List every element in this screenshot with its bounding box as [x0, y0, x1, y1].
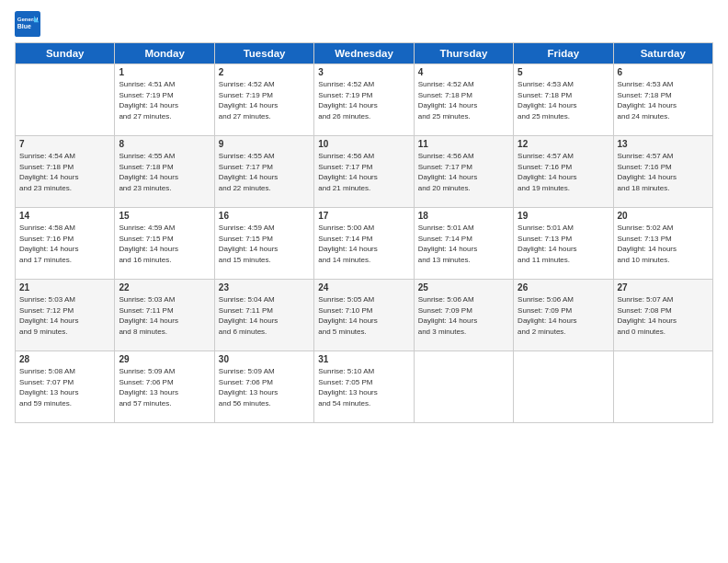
day-number: 31 — [318, 354, 409, 364]
day-number: 10 — [318, 139, 409, 149]
logo: General Blue — [15, 11, 44, 37]
col-tuesday: Tuesday — [214, 43, 313, 64]
day-number: 30 — [219, 354, 310, 364]
cell-week4-day4: 24Sunrise: 5:05 AM Sunset: 7:10 PM Dayli… — [314, 280, 414, 351]
cell-info: Sunrise: 5:04 AM Sunset: 7:11 PM Dayligh… — [219, 294, 310, 337]
cell-info: Sunrise: 4:58 AM Sunset: 7:16 PM Dayligh… — [19, 223, 110, 265]
cell-week3-day6: 19Sunrise: 5:01 AM Sunset: 7:13 PM Dayli… — [514, 208, 613, 280]
header-row: Sunday Monday Tuesday Wednesday Thursday… — [16, 43, 713, 64]
cell-info: Sunrise: 4:59 AM Sunset: 7:15 PM Dayligh… — [119, 223, 210, 265]
day-number: 25 — [418, 282, 509, 293]
cell-week2-day2: 8Sunrise: 4:55 AM Sunset: 7:18 PM Daylig… — [115, 136, 214, 208]
cell-week4-day2: 22Sunrise: 5:03 AM Sunset: 7:11 PM Dayli… — [115, 280, 214, 351]
svg-text:Blue: Blue — [17, 23, 31, 29]
cell-info: Sunrise: 5:05 AM Sunset: 7:10 PM Dayligh… — [318, 294, 409, 337]
cell-info: Sunrise: 4:52 AM Sunset: 7:18 PM Dayligh… — [418, 79, 509, 121]
cell-info: Sunrise: 5:06 AM Sunset: 7:09 PM Dayligh… — [418, 294, 509, 337]
day-number: 11 — [418, 139, 509, 149]
cell-info: Sunrise: 5:09 AM Sunset: 7:06 PM Dayligh… — [119, 366, 210, 408]
cell-info: Sunrise: 5:09 AM Sunset: 7:06 PM Dayligh… — [219, 366, 310, 408]
day-number: 23 — [219, 282, 310, 293]
cell-week3-day7: 20Sunrise: 5:02 AM Sunset: 7:13 PM Dayli… — [613, 208, 712, 280]
week-row-3: 14Sunrise: 4:58 AM Sunset: 7:16 PM Dayli… — [16, 208, 713, 280]
cell-week2-day5: 11Sunrise: 4:56 AM Sunset: 7:17 PM Dayli… — [414, 136, 513, 208]
calendar-page: General Blue Sunday Monday Tuesday Wedne… — [0, 0, 728, 563]
cell-info: Sunrise: 5:00 AM Sunset: 7:14 PM Dayligh… — [318, 223, 409, 265]
cell-week4-day6: 26Sunrise: 5:06 AM Sunset: 7:09 PM Dayli… — [514, 280, 613, 351]
day-number: 1 — [119, 67, 210, 77]
cell-week3-day5: 18Sunrise: 5:01 AM Sunset: 7:14 PM Dayli… — [414, 208, 513, 280]
day-number: 2 — [219, 67, 310, 77]
week-row-5: 28Sunrise: 5:08 AM Sunset: 7:07 PM Dayli… — [16, 351, 713, 423]
cell-week5-day2: 29Sunrise: 5:09 AM Sunset: 7:06 PM Dayli… — [115, 351, 214, 423]
cell-week5-day3: 30Sunrise: 5:09 AM Sunset: 7:06 PM Dayli… — [214, 351, 313, 423]
cell-week1-day3: 2Sunrise: 4:52 AM Sunset: 7:19 PM Daylig… — [214, 64, 313, 136]
cell-week4-day5: 25Sunrise: 5:06 AM Sunset: 7:09 PM Dayli… — [414, 280, 513, 351]
cell-week1-day2: 1Sunrise: 4:51 AM Sunset: 7:19 PM Daylig… — [115, 64, 214, 136]
col-thursday: Thursday — [414, 43, 513, 64]
cell-week4-day7: 27Sunrise: 5:07 AM Sunset: 7:08 PM Dayli… — [613, 280, 712, 351]
day-number: 28 — [19, 354, 110, 364]
week-row-2: 7Sunrise: 4:54 AM Sunset: 7:18 PM Daylig… — [16, 136, 713, 208]
cell-week2-day1: 7Sunrise: 4:54 AM Sunset: 7:18 PM Daylig… — [16, 136, 115, 208]
day-number: 17 — [318, 211, 409, 221]
cell-info: Sunrise: 4:55 AM Sunset: 7:18 PM Dayligh… — [119, 151, 210, 193]
cell-info: Sunrise: 4:52 AM Sunset: 7:19 PM Dayligh… — [318, 79, 409, 121]
cell-info: Sunrise: 4:53 AM Sunset: 7:18 PM Dayligh… — [518, 79, 609, 121]
week-row-4: 21Sunrise: 5:03 AM Sunset: 7:12 PM Dayli… — [16, 280, 713, 351]
cell-week2-day4: 10Sunrise: 4:56 AM Sunset: 7:17 PM Dayli… — [314, 136, 414, 208]
day-number: 9 — [219, 139, 310, 149]
cell-info: Sunrise: 5:06 AM Sunset: 7:09 PM Dayligh… — [518, 294, 609, 337]
cell-info: Sunrise: 4:56 AM Sunset: 7:17 PM Dayligh… — [318, 151, 409, 193]
cell-week1-day1 — [16, 64, 115, 136]
day-number: 24 — [318, 282, 409, 293]
day-number: 6 — [618, 67, 709, 77]
col-friday: Friday — [514, 43, 613, 64]
cell-info: Sunrise: 5:03 AM Sunset: 7:11 PM Dayligh… — [119, 294, 210, 337]
cell-info: Sunrise: 4:51 AM Sunset: 7:19 PM Dayligh… — [119, 79, 210, 121]
day-number: 16 — [219, 211, 310, 221]
cell-week3-day3: 16Sunrise: 4:59 AM Sunset: 7:15 PM Dayli… — [214, 208, 313, 280]
cell-week5-day5 — [414, 351, 513, 423]
day-number: 12 — [518, 139, 609, 149]
cell-week2-day6: 12Sunrise: 4:57 AM Sunset: 7:16 PM Dayli… — [514, 136, 613, 208]
cell-week2-day7: 13Sunrise: 4:57 AM Sunset: 7:16 PM Dayli… — [613, 136, 712, 208]
cell-info: Sunrise: 5:03 AM Sunset: 7:12 PM Dayligh… — [19, 294, 110, 337]
cell-week2-day3: 9Sunrise: 4:55 AM Sunset: 7:17 PM Daylig… — [214, 136, 313, 208]
col-wednesday: Wednesday — [314, 43, 414, 64]
day-number: 20 — [618, 211, 709, 221]
day-number: 15 — [119, 211, 210, 221]
cell-info: Sunrise: 5:10 AM Sunset: 7:05 PM Dayligh… — [318, 366, 409, 408]
cell-week3-day1: 14Sunrise: 4:58 AM Sunset: 7:16 PM Dayli… — [16, 208, 115, 280]
day-number: 8 — [119, 139, 210, 149]
cell-week3-day2: 15Sunrise: 4:59 AM Sunset: 7:15 PM Dayli… — [115, 208, 214, 280]
day-number: 27 — [618, 282, 709, 293]
cell-info: Sunrise: 5:07 AM Sunset: 7:08 PM Dayligh… — [618, 294, 709, 337]
col-saturday: Saturday — [613, 43, 712, 64]
day-number: 4 — [418, 67, 509, 77]
day-number: 21 — [19, 282, 110, 293]
day-number: 26 — [518, 282, 609, 293]
cell-info: Sunrise: 5:01 AM Sunset: 7:14 PM Dayligh… — [418, 223, 509, 265]
cell-week1-day4: 3Sunrise: 4:52 AM Sunset: 7:19 PM Daylig… — [314, 64, 414, 136]
cell-week5-day6 — [514, 351, 613, 423]
logo-icon: General Blue — [15, 11, 40, 37]
calendar-table: Sunday Monday Tuesday Wednesday Thursday… — [15, 42, 713, 423]
day-number: 19 — [518, 211, 609, 221]
cell-week5-day7 — [613, 351, 712, 423]
cell-week4-day3: 23Sunrise: 5:04 AM Sunset: 7:11 PM Dayli… — [214, 280, 313, 351]
day-number: 29 — [119, 354, 210, 364]
day-number: 3 — [318, 67, 409, 77]
day-number: 14 — [19, 211, 110, 221]
day-number: 22 — [119, 282, 210, 293]
cell-info: Sunrise: 4:57 AM Sunset: 7:16 PM Dayligh… — [518, 151, 609, 193]
cell-week5-day1: 28Sunrise: 5:08 AM Sunset: 7:07 PM Dayli… — [16, 351, 115, 423]
cell-week1-day5: 4Sunrise: 4:52 AM Sunset: 7:18 PM Daylig… — [414, 64, 513, 136]
week-row-1: 1Sunrise: 4:51 AM Sunset: 7:19 PM Daylig… — [16, 64, 713, 136]
cell-week3-day4: 17Sunrise: 5:00 AM Sunset: 7:14 PM Dayli… — [314, 208, 414, 280]
cell-week1-day6: 5Sunrise: 4:53 AM Sunset: 7:18 PM Daylig… — [514, 64, 613, 136]
day-number: 18 — [418, 211, 509, 221]
cell-info: Sunrise: 4:59 AM Sunset: 7:15 PM Dayligh… — [219, 223, 310, 265]
col-monday: Monday — [115, 43, 214, 64]
cell-info: Sunrise: 4:53 AM Sunset: 7:18 PM Dayligh… — [618, 79, 709, 121]
